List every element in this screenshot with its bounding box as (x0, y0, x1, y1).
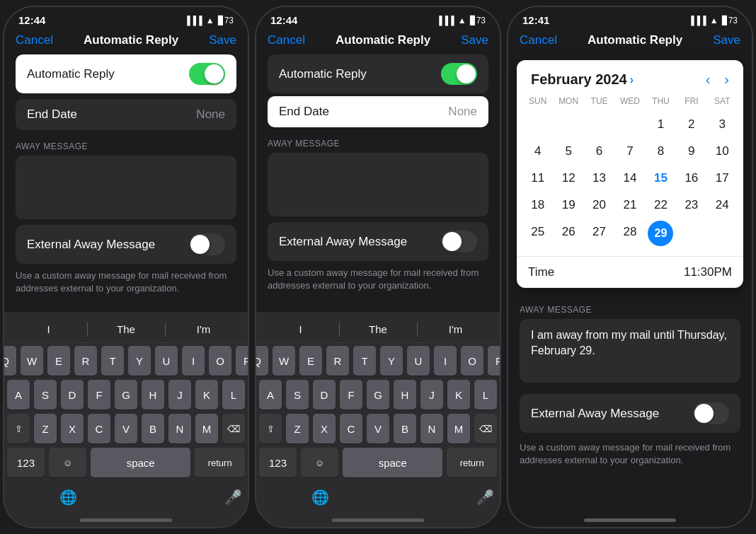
key-l-2[interactable]: L (474, 380, 497, 410)
cancel-button-2[interactable]: Cancel (268, 33, 305, 47)
key-u-1[interactable]: U (155, 346, 178, 376)
key-r-2[interactable]: R (326, 346, 349, 376)
auto-reply-toggle-2[interactable] (441, 63, 477, 85)
suggestion-the-2[interactable]: The (340, 320, 417, 338)
calendar-next-button[interactable]: › (724, 71, 729, 88)
key-j-2[interactable]: J (420, 380, 443, 410)
cal-day-25[interactable]: 25 (522, 219, 553, 245)
key-z-1[interactable]: Z (34, 414, 57, 443)
key-v-2[interactable]: V (367, 414, 389, 443)
cal-day-1[interactable]: 1 (646, 112, 676, 137)
cal-day-11[interactable]: 11 (522, 166, 553, 191)
key-delete-2[interactable]: ⌫ (474, 414, 497, 443)
auto-reply-toggle-1[interactable] (189, 63, 225, 85)
key-emoji-1[interactable]: ☺ (49, 448, 86, 477)
key-x-1[interactable]: X (61, 414, 84, 443)
key-m-2[interactable]: M (447, 414, 470, 443)
key-return-1[interactable]: return (195, 448, 245, 477)
away-message-area-2[interactable] (268, 153, 488, 216)
external-toggle-1[interactable] (189, 233, 225, 255)
key-t-2[interactable]: T (353, 346, 376, 376)
key-e-2[interactable]: E (299, 346, 322, 376)
suggestion-im-1[interactable]: I'm (165, 320, 242, 338)
key-n-2[interactable]: N (420, 414, 443, 443)
external-row-1[interactable]: External Away Message (16, 225, 236, 264)
cal-day-14[interactable]: 14 (614, 166, 645, 191)
cal-day-5[interactable]: 5 (553, 139, 583, 164)
key-shift-2[interactable]: ⇧ (259, 414, 282, 443)
cal-day-6[interactable]: 6 (584, 139, 614, 164)
key-v-1[interactable]: V (115, 414, 137, 443)
key-p-2[interactable]: P (488, 346, 501, 376)
key-r-1[interactable]: R (74, 346, 97, 376)
cal-day-4[interactable]: 4 (522, 139, 553, 164)
cal-day-9[interactable]: 9 (676, 139, 706, 164)
away-message-area-3[interactable]: I am away from my mail until Thursday, F… (520, 319, 740, 383)
cal-day-3[interactable]: 3 (707, 112, 738, 137)
key-b-2[interactable]: B (394, 414, 416, 443)
cal-day-23[interactable]: 23 (676, 192, 706, 218)
key-i-2[interactable]: I (434, 346, 457, 376)
mic-icon-1[interactable]: 🎤 (126, 484, 242, 510)
key-e-1[interactable]: E (47, 346, 70, 376)
save-button-1[interactable]: Save (209, 33, 236, 47)
cal-day-12[interactable]: 12 (553, 166, 583, 191)
key-space-2[interactable]: space (343, 448, 442, 477)
cal-day-13[interactable]: 13 (584, 166, 614, 191)
key-s-1[interactable]: S (34, 380, 57, 410)
key-z-2[interactable]: Z (286, 414, 309, 443)
external-toggle-2[interactable] (441, 231, 477, 253)
key-p-1[interactable]: P (236, 346, 249, 376)
key-emoji-2[interactable]: ☺ (301, 448, 338, 477)
key-h-1[interactable]: H (142, 380, 164, 410)
cal-day-16[interactable]: 16 (676, 166, 706, 191)
cal-day-17[interactable]: 17 (707, 166, 738, 191)
key-space-1[interactable]: space (91, 448, 190, 477)
key-123-2[interactable]: 123 (259, 448, 297, 477)
key-delete-1[interactable]: ⌫ (222, 414, 245, 443)
time-row[interactable]: Time 11:30PM (517, 256, 743, 288)
cal-day-22[interactable]: 22 (646, 192, 676, 218)
external-toggle-3[interactable] (693, 402, 729, 424)
suggestion-the-1[interactable]: The (88, 320, 165, 338)
key-x-2[interactable]: X (313, 414, 336, 443)
cal-day-2[interactable]: 2 (676, 112, 706, 137)
cancel-button-1[interactable]: Cancel (16, 33, 53, 47)
key-a-1[interactable]: A (7, 380, 30, 410)
cal-day-29-wrapper[interactable]: 29 (646, 219, 676, 248)
calendar-month-chevron[interactable]: › (630, 74, 634, 86)
key-y-2[interactable]: Y (380, 346, 403, 376)
cal-day-27[interactable]: 27 (584, 219, 614, 245)
end-date-row-1[interactable]: End Date None (16, 99, 236, 130)
key-s-2[interactable]: S (286, 380, 309, 410)
key-q-2[interactable]: Q (255, 346, 268, 376)
cal-day-29[interactable]: 29 (648, 221, 673, 246)
key-n-1[interactable]: N (168, 414, 191, 443)
cal-day-10[interactable]: 10 (707, 139, 738, 164)
cal-day-7[interactable]: 7 (614, 139, 645, 164)
key-b-1[interactable]: B (142, 414, 164, 443)
key-d-2[interactable]: D (313, 380, 336, 410)
key-j-1[interactable]: J (168, 380, 191, 410)
external-row-3[interactable]: External Away Message (520, 394, 740, 433)
key-y-1[interactable]: Y (128, 346, 151, 376)
mic-icon-2[interactable]: 🎤 (378, 484, 494, 510)
key-c-1[interactable]: C (88, 414, 110, 443)
key-t-1[interactable]: T (101, 346, 124, 376)
key-h-2[interactable]: H (394, 380, 416, 410)
cal-day-26[interactable]: 26 (553, 219, 583, 245)
globe-icon-2[interactable]: 🌐 (262, 484, 378, 510)
key-w-1[interactable]: W (21, 346, 43, 376)
end-date-row-2[interactable]: End Date None (268, 96, 488, 127)
away-message-area-1[interactable] (16, 156, 236, 219)
key-i-1[interactable]: I (182, 346, 205, 376)
suggestion-i-1[interactable]: I (10, 320, 87, 338)
key-d-1[interactable]: D (61, 380, 84, 410)
suggestion-i-2[interactable]: I (262, 320, 339, 338)
key-o-1[interactable]: O (209, 346, 231, 376)
key-return-2[interactable]: return (447, 448, 497, 477)
cancel-button-3[interactable]: Cancel (520, 33, 557, 47)
key-q-1[interactable]: Q (3, 346, 16, 376)
key-g-2[interactable]: G (367, 380, 389, 410)
cal-day-21[interactable]: 21 (614, 192, 645, 218)
